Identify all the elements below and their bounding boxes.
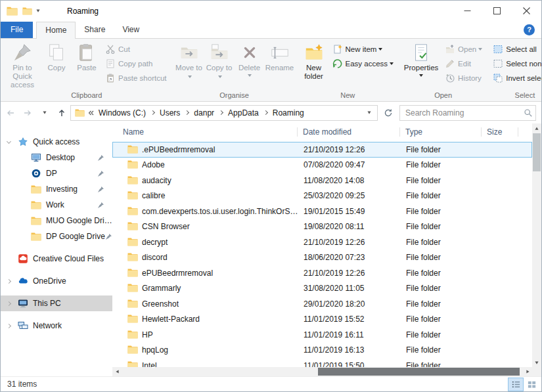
folder-icon <box>31 184 41 194</box>
address-history-chevron-icon[interactable] <box>361 106 377 120</box>
open-button[interactable]: Open <box>441 42 486 56</box>
details-view-button[interactable] <box>508 378 524 391</box>
breadcrumb-segment-users[interactable]: Users <box>156 106 184 120</box>
file-row[interactable]: calibre 25/03/2020 09:25 File folder <box>112 188 532 204</box>
file-row[interactable]: .ePUBeedrmremoval 21/10/2019 12:26 File … <box>112 142 532 158</box>
history-button[interactable]: History <box>441 71 486 85</box>
select-all-button[interactable]: Select all <box>489 42 541 56</box>
edit-button[interactable]: Edit <box>441 56 486 71</box>
item-count: 31 items <box>7 380 37 389</box>
tab-share[interactable]: Share <box>76 22 114 38</box>
vertical-scrollbar-thumb[interactable] <box>533 133 541 171</box>
breadcrumb[interactable]: Windows (C:) Users danpr AppData Roaming <box>70 105 378 121</box>
file-row[interactable]: discord 18/06/2020 07:23 File folder <box>112 250 532 266</box>
column-header-type[interactable]: Type <box>400 123 482 141</box>
horizontal-scrollbar[interactable] <box>112 367 532 376</box>
chevron-collapsed-icon[interactable] <box>7 324 11 328</box>
properties-button[interactable]: Properties <box>401 41 441 77</box>
recent-locations-button[interactable] <box>36 104 53 121</box>
sidebar-item-work[interactable]: Work <box>1 197 112 213</box>
vertical-scrollbar[interactable] <box>532 123 541 367</box>
sidebar-item-desktop[interactable]: Desktop <box>1 150 112 165</box>
paste-icon <box>77 43 97 62</box>
chevron-collapsed-icon[interactable] <box>7 279 11 284</box>
chevron-right-icon[interactable] <box>263 110 268 115</box>
sidebar-item-onedrive[interactable]: OneDrive <box>1 273 112 289</box>
breadcrumb-segment-user[interactable]: danpr <box>190 106 218 120</box>
new-item-button[interactable]: New item <box>329 42 397 56</box>
sidebar-item-muo-google-drive[interactable]: MUO Google Dri… <box>1 213 112 229</box>
breadcrumb-segment-drive[interactable]: Windows (C:) <box>95 106 150 120</box>
sidebar-item-quick-access[interactable]: Quick access <box>1 134 112 150</box>
delete-button[interactable]: Delete <box>235 41 265 77</box>
horizontal-scrollbar-thumb[interactable] <box>318 368 520 376</box>
file-row[interactable]: com.devexperts.tos.ui.user.login.ThinkOr… <box>112 204 532 219</box>
sidebar-item-this-pc[interactable]: This PC <box>1 295 112 311</box>
sidebar-item-network[interactable]: Network <box>1 318 112 334</box>
maximize-button[interactable] <box>482 1 512 20</box>
file-row[interactable]: audacity 11/08/2020 14:08 File folder <box>112 173 532 188</box>
scroll-down-arrow-icon[interactable] <box>532 358 541 367</box>
rename-button[interactable]: Rename <box>265 41 295 72</box>
file-row[interactable]: CSN Browser 19/08/2020 08:11 File folder <box>112 219 532 235</box>
qat-customize-chevron-icon[interactable] <box>34 6 42 16</box>
close-button[interactable] <box>512 1 541 20</box>
file-row[interactable]: HP 11/01/2019 16:11 File folder <box>112 327 532 343</box>
cut-button[interactable]: Cut <box>102 42 170 56</box>
breadcrumb-segment-appdata[interactable]: AppData <box>224 106 263 120</box>
sidebar-item-dp[interactable]: DP <box>1 165 112 181</box>
scroll-up-arrow-icon[interactable] <box>532 123 541 133</box>
column-header-size[interactable]: Size <box>482 123 518 141</box>
chevron-right-icon[interactable] <box>219 110 223 115</box>
invert-selection-button[interactable]: Invert selection <box>489 71 541 85</box>
copy-path-button[interactable]: Copy path <box>102 56 170 71</box>
file-row[interactable]: Intel 11/01/2019 15:50 File folder <box>112 358 532 367</box>
copy-button[interactable]: Copy <box>41 41 72 72</box>
pin-to-quick-access-button[interactable]: Pin to Quick access <box>3 41 41 90</box>
qat-folder-button[interactable] <box>22 7 32 15</box>
forward-button[interactable] <box>19 104 36 121</box>
chevron-collapsed-icon[interactable] <box>7 301 11 306</box>
chevron-right-icon[interactable] <box>185 110 189 115</box>
up-button[interactable] <box>53 104 70 121</box>
file-name: CSN Browser <box>142 222 298 231</box>
chevron-expanded-icon[interactable] <box>7 139 11 144</box>
sidebar-item-dp-google-drive[interactable]: DP Google Drive <box>1 229 112 244</box>
breadcrumb-segment-roaming[interactable]: Roaming <box>269 106 308 120</box>
tab-view[interactable]: View <box>114 22 148 38</box>
quick-access-star-icon <box>18 137 28 147</box>
ribbon-group-select: Select all Select none Invert selec <box>488 39 541 101</box>
file-row[interactable]: Hewlett-Packard 11/01/2019 15:52 File fo… <box>112 312 532 328</box>
chevron-right-icon[interactable] <box>150 110 155 115</box>
column-header-date-modified[interactable]: Date modified <box>298 123 400 141</box>
file-row[interactable]: Adobe 07/08/2020 09:47 File folder <box>112 158 532 173</box>
help-button[interactable]: ? <box>524 24 535 35</box>
tab-file[interactable]: File <box>1 22 33 38</box>
easy-access-button[interactable]: Easy access <box>329 56 397 71</box>
back-button[interactable] <box>2 104 19 121</box>
file-row[interactable]: Greenshot 29/01/2020 18:20 File folder <box>112 296 532 312</box>
column-header-name[interactable]: Name <box>112 123 298 141</box>
scroll-right-arrow-icon[interactable] <box>523 367 532 376</box>
scroll-left-arrow-icon[interactable] <box>112 367 122 376</box>
search-input[interactable] <box>405 108 524 118</box>
refresh-button[interactable] <box>380 105 396 121</box>
thumbnails-view-button[interactable] <box>524 378 539 391</box>
paste-shortcut-button[interactable]: Paste shortcut <box>102 71 170 85</box>
file-row[interactable]: hpqLog 11/01/2019 16:13 File folder <box>112 343 532 359</box>
new-folder-button[interactable]: New folder <box>299 41 329 81</box>
breadcrumb-overflow-chevron-icon[interactable] <box>87 109 95 117</box>
file-row[interactable]: Grammarly 31/08/2020 11:05 File folder <box>112 281 532 297</box>
status-bar: 31 items <box>1 376 541 391</box>
tab-home[interactable]: Home <box>36 22 76 39</box>
minimize-button[interactable] <box>453 1 482 20</box>
select-none-button[interactable]: Select none <box>489 56 541 71</box>
file-type: File folder <box>401 176 482 185</box>
file-row[interactable]: ePUBeedrmremoval 21/10/2019 12:26 File f… <box>112 265 532 281</box>
copy-to-button[interactable]: Copy to <box>204 41 235 81</box>
sidebar-item-investing[interactable]: Investing <box>1 181 112 197</box>
move-to-button[interactable]: Move to <box>174 41 204 81</box>
sidebar-item-creative-cloud-files[interactable]: Creative Cloud Files <box>1 251 112 267</box>
paste-button[interactable]: Paste <box>72 41 102 72</box>
file-row[interactable]: decrypt 21/10/2019 12:26 File folder <box>112 234 532 250</box>
